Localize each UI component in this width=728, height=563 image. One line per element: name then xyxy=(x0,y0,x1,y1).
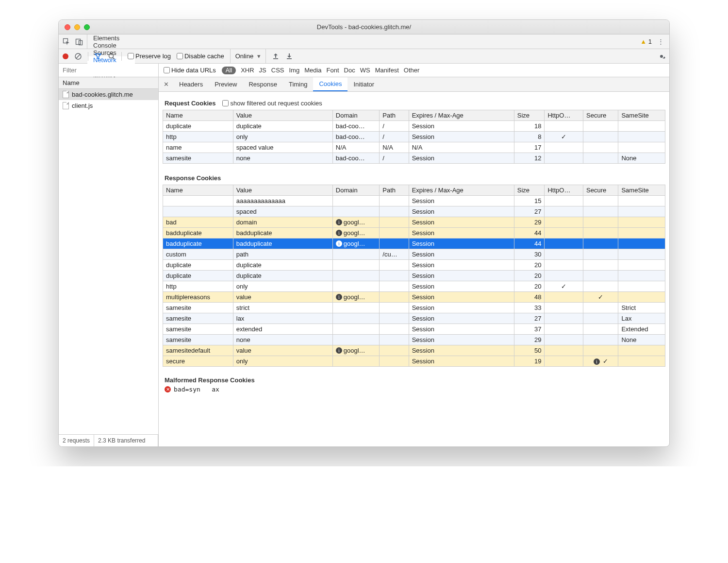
warning-count: 1 xyxy=(648,38,652,45)
window-controls xyxy=(65,24,90,30)
devtools-window: DevTools - bad-cookies.glitch.me/ Elemen… xyxy=(58,19,670,447)
main-tab-console[interactable]: Console xyxy=(87,42,135,49)
detail-tab-response[interactable]: Response xyxy=(243,77,283,91)
filter-input[interactable] xyxy=(59,64,159,77)
throttle-select[interactable]: Online▾ xyxy=(230,49,266,63)
cookie-row[interactable]: duplicateduplicateSession20 xyxy=(163,271,665,281)
minimize-window-button[interactable] xyxy=(74,24,80,30)
upload-icon[interactable] xyxy=(272,52,280,60)
info-icon: i xyxy=(336,219,342,225)
hide-data-urls-checkbox[interactable]: Hide data URLs xyxy=(164,67,216,74)
column-header[interactable]: Size xyxy=(514,185,545,196)
window-title: DevTools - bad-cookies.glitch.me/ xyxy=(64,23,664,31)
malformed-cookies-header: Malformed Response Cookies xyxy=(159,375,669,386)
cookie-row[interactable]: custompath/cu…Session30 xyxy=(163,249,665,260)
clear-icon[interactable] xyxy=(74,52,82,60)
cookies-pane: Request Cookies show filtered out reques… xyxy=(159,92,669,446)
column-header[interactable]: Secure xyxy=(583,110,618,121)
transferred-size: 2.3 KB transferred xyxy=(94,435,158,446)
column-header[interactable]: Path xyxy=(380,185,409,196)
cookie-row[interactable]: badduplicatebadduplicateigoogl…Session44 xyxy=(163,228,665,239)
cookie-row[interactable]: badduplicatebadduplicateigoogl…Session44 xyxy=(163,239,665,249)
detail-tab-preview[interactable]: Preview xyxy=(209,77,243,91)
requests-sidebar: Name bad-cookies.glitch.meclient.js 2 re… xyxy=(59,77,159,446)
column-header[interactable]: Name xyxy=(163,185,233,196)
disable-cache-checkbox[interactable]: Disable cache xyxy=(177,52,224,60)
download-icon[interactable] xyxy=(285,52,293,60)
column-header[interactable]: Domain xyxy=(332,110,380,121)
cookie-row[interactable]: httponlySession20✓ xyxy=(163,281,665,292)
column-header[interactable]: Expires / Max-Age xyxy=(409,185,514,196)
filter-tag-media[interactable]: Media xyxy=(304,67,321,74)
filter-tag-img[interactable]: Img xyxy=(289,67,299,74)
cookie-row[interactable]: duplicateduplicatebad-coo…/Session18 xyxy=(163,121,665,132)
info-icon: i xyxy=(336,294,342,300)
requests-column-header[interactable]: Name xyxy=(59,77,158,89)
zoom-window-button[interactable] xyxy=(84,24,90,30)
request-item-label: bad-cookies.glitch.me xyxy=(72,91,133,98)
cookie-row[interactable]: spacedSession27 xyxy=(163,206,665,217)
filter-tag-css[interactable]: CSS xyxy=(271,67,284,74)
svg-line-4 xyxy=(76,54,81,58)
filter-tag-ws[interactable]: WS xyxy=(360,67,370,74)
cookie-row[interactable]: aaaaaaaaaaaaaaSession15 xyxy=(163,196,665,206)
column-header[interactable]: Secure xyxy=(583,185,618,196)
cookie-row[interactable]: multiplereasonsvalueigoogl…Session48✓ xyxy=(163,292,665,303)
document-icon xyxy=(63,91,69,98)
close-window-button[interactable] xyxy=(65,24,70,30)
cookie-row[interactable]: samesitenoneSession29None xyxy=(163,335,665,345)
inspect-element-icon[interactable] xyxy=(63,38,70,46)
cookie-row[interactable]: httponlybad-coo…/Session8✓ xyxy=(163,132,665,142)
cookie-row[interactable]: samesiteextendedSession37Extended xyxy=(163,324,665,335)
filter-tag-manifest[interactable]: Manifest xyxy=(375,67,399,74)
record-button[interactable] xyxy=(63,53,68,59)
preserve-log-checkbox[interactable]: Preserve log xyxy=(128,52,171,60)
info-icon: i xyxy=(336,230,342,236)
svg-line-6 xyxy=(113,57,115,59)
filter-icon[interactable] xyxy=(94,52,102,60)
cookie-row[interactable]: baddomainigoogl…Session29 xyxy=(163,217,665,228)
filter-tag-font[interactable]: Font xyxy=(327,67,339,74)
cookie-row[interactable]: secureonlySession19i ✓ xyxy=(163,356,665,367)
cookie-row[interactable]: namespaced valueN/AN/AN/A17 xyxy=(163,142,665,153)
filter-tag-doc[interactable]: Doc xyxy=(344,67,355,74)
column-header[interactable]: SameSite xyxy=(618,185,665,196)
column-header[interactable]: HttpO… xyxy=(545,110,583,121)
cookie-row[interactable]: samesitelaxSession27Lax xyxy=(163,313,665,324)
column-header[interactable]: Name xyxy=(163,110,233,121)
filter-tag-js[interactable]: JS xyxy=(259,67,266,74)
close-detail-icon[interactable]: ✕ xyxy=(159,77,173,91)
cookie-row[interactable]: samesitestrictSession33Strict xyxy=(163,303,665,313)
show-filtered-checkbox[interactable]: show filtered out request cookies xyxy=(222,100,322,107)
cookie-row[interactable]: samesitedefaultvalueigoogl…Session50 xyxy=(163,345,665,356)
detail-tab-initiator[interactable]: Initiator xyxy=(347,77,380,91)
filter-tag-other[interactable]: Other xyxy=(404,67,420,74)
warnings-indicator[interactable]: ▲ 1 xyxy=(640,38,652,45)
filter-tag-all[interactable]: All xyxy=(222,67,236,74)
cookie-row[interactable]: duplicateduplicateSession20 xyxy=(163,260,665,271)
filter-tag-xhr[interactable]: XHR xyxy=(241,67,254,74)
detail-tab-headers[interactable]: Headers xyxy=(173,77,209,91)
kebab-menu-icon[interactable]: ⋮ xyxy=(657,38,664,46)
column-header[interactable]: Value xyxy=(233,185,332,196)
column-header[interactable]: Domain xyxy=(332,185,380,196)
gear-icon[interactable] xyxy=(658,52,665,60)
malformed-cookie-text: bad=syn ax xyxy=(174,386,219,393)
device-toggle-icon[interactable] xyxy=(75,38,83,46)
column-header[interactable]: SameSite xyxy=(618,110,665,121)
main-tab-elements[interactable]: Elements xyxy=(87,34,135,42)
column-header[interactable]: Path xyxy=(380,110,409,121)
svg-rect-7 xyxy=(273,58,278,59)
column-header[interactable]: Expires / Max-Age xyxy=(409,110,514,121)
detail-tab-timing[interactable]: Timing xyxy=(283,77,314,91)
main-tab-strip: ElementsConsoleSourcesNetworkPerformance… xyxy=(59,34,669,49)
request-item[interactable]: bad-cookies.glitch.me xyxy=(59,89,158,100)
cookie-row[interactable]: samesitenonebad-coo…/Session12None xyxy=(163,153,665,164)
request-item[interactable]: client.js xyxy=(59,100,158,111)
column-header[interactable]: HttpO… xyxy=(545,185,583,196)
column-header[interactable]: Value xyxy=(233,110,332,121)
column-header[interactable]: Size xyxy=(514,110,545,121)
detail-tab-cookies[interactable]: Cookies xyxy=(313,77,347,91)
filter-bar: Hide data URLs AllXHRJSCSSImgMediaFontDo… xyxy=(59,64,669,77)
search-icon[interactable] xyxy=(108,52,116,60)
